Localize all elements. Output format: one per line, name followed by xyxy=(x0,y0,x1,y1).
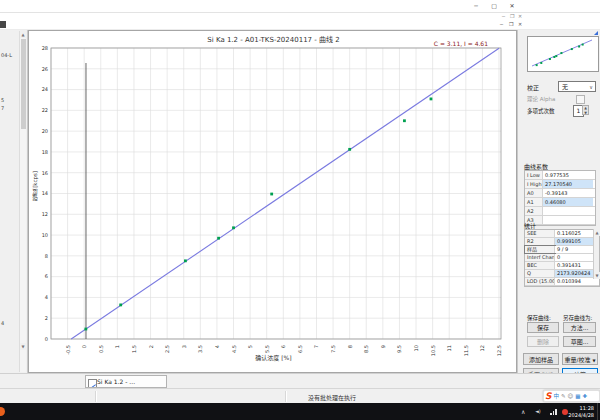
scroll-down-icon[interactable]: ▼ xyxy=(20,343,26,350)
panel-corner-icon[interactable] xyxy=(594,31,598,35)
row-label: A2 xyxy=(525,207,543,215)
row-label: A0 xyxy=(525,189,543,197)
theoretical-alpha-checkbox[interactable] xyxy=(576,95,585,104)
keyboard-icon[interactable]: ▦ xyxy=(575,391,580,401)
data-point xyxy=(403,119,406,122)
doc-minimize-icon[interactable]: ─ xyxy=(502,13,505,20)
emoji-icon[interactable]: ☺ xyxy=(568,391,574,401)
taskbar-clock[interactable]: 11:28 2024/4/28 xyxy=(568,405,594,418)
sidebar-scrollbar[interactable]: ▲ ▼ xyxy=(19,31,26,372)
row-value[interactable]: 0.010394 xyxy=(555,278,597,285)
scroll-up-icon[interactable]: ▲ xyxy=(594,229,600,236)
svg-text:3.5: 3.5 xyxy=(197,345,203,353)
method-button[interactable]: 方法... xyxy=(563,322,596,333)
svg-text:6.5: 6.5 xyxy=(297,345,303,353)
stats-scrollbar[interactable]: ▲ ▼ xyxy=(593,229,599,279)
chinese-mode-icon[interactable]: 中 xyxy=(553,391,559,401)
data-point xyxy=(430,98,433,101)
doc-restore-icon[interactable]: ❐ xyxy=(510,13,514,20)
delete-button[interactable]: 删除 xyxy=(527,336,559,347)
coefficients-table: I Low0.977535I High27.170540A0-0.39143A1… xyxy=(524,170,596,226)
correction-value: 无 xyxy=(562,83,568,90)
row-value[interactable]: 0 xyxy=(555,254,597,261)
tab-label: Si Ka 1.2 - ... xyxy=(97,378,135,385)
tree-item-fragment[interactable]: 5 xyxy=(1,97,4,103)
tree-item-fragment[interactable]: 04-L xyxy=(1,52,12,58)
svg-text:22: 22 xyxy=(42,107,48,113)
data-point xyxy=(217,237,220,240)
svg-text:5: 5 xyxy=(247,345,253,348)
row-label: LOD (15.00 s) xyxy=(525,278,555,285)
scrollbar-thumb[interactable] xyxy=(21,39,26,129)
row-label: A1 xyxy=(525,198,543,206)
correction-select[interactable]: 无 ∨ xyxy=(558,81,596,92)
navigation-sidebar: 04-L 5 7 4 ▲ ▼ xyxy=(0,30,28,373)
row-value[interactable]: 0.46080 xyxy=(543,198,593,206)
svg-text:20: 20 xyxy=(42,128,48,134)
svg-text:7: 7 xyxy=(313,345,319,348)
taskbar-app-icon[interactable] xyxy=(0,407,5,416)
row-value[interactable] xyxy=(543,216,593,224)
polynomial-degree-stepper[interactable]: ▲▼ xyxy=(582,105,589,115)
svg-text:1.5: 1.5 xyxy=(131,345,137,353)
row-label: 样品 xyxy=(525,246,555,253)
weight-calibrate-button[interactable]: 重量/校准 ▼ xyxy=(562,353,598,365)
table-row: I High27.170540 xyxy=(525,180,595,189)
curve-thumbnail[interactable] xyxy=(527,36,599,72)
sogou-logo-icon[interactable]: S xyxy=(545,391,551,401)
tray-chevron-up-icon[interactable]: ∧ xyxy=(521,408,525,415)
chevron-down-icon: ∨ xyxy=(589,82,593,92)
row-value[interactable]: 0.116025 xyxy=(555,230,597,237)
row-value[interactable]: 27.170540 xyxy=(543,180,593,188)
row-label: BEC xyxy=(525,262,555,269)
notification-icon[interactable] xyxy=(562,409,568,415)
table-row: A10.46080 xyxy=(525,198,595,207)
minimize-button[interactable]: ─ xyxy=(468,1,484,11)
tree-item-fragment[interactable]: 4 xyxy=(1,320,4,326)
table-row: I Low0.977535 xyxy=(525,171,595,180)
svg-text:10.5: 10.5 xyxy=(430,345,436,356)
svg-text:11.5: 11.5 xyxy=(463,345,469,356)
taskbar[interactable]: ∧ ◄) 11:28 2024/4/28 xyxy=(0,403,600,420)
svg-text:4: 4 xyxy=(45,294,48,300)
row-value[interactable]: 0.391431 xyxy=(555,262,597,269)
sketch-button[interactable]: 草图... xyxy=(563,336,596,347)
scroll-down-icon[interactable]: ▼ xyxy=(594,272,600,279)
add-sample-button[interactable]: 添加样品 xyxy=(523,353,559,365)
svg-text:12: 12 xyxy=(42,211,48,217)
svg-text:10: 10 xyxy=(42,232,48,238)
row-value[interactable]: 2173.920424 xyxy=(555,270,597,277)
table-row: A2 xyxy=(525,207,595,216)
ime-toolbar[interactable]: S 中✎☺▦✚ xyxy=(543,390,600,402)
svg-text:8: 8 xyxy=(347,345,353,348)
maximize-button[interactable]: ▢ xyxy=(486,1,502,11)
row-label: I High xyxy=(525,180,543,188)
close-button[interactable]: ✕ xyxy=(504,1,520,11)
row-value[interactable]: -0.39143 xyxy=(543,189,593,197)
child-restore-icon[interactable]: ❐ xyxy=(509,21,513,28)
row-value[interactable]: 0.977535 xyxy=(543,171,593,179)
doc-close-icon[interactable]: ✕ xyxy=(518,13,522,20)
svg-text:8: 8 xyxy=(45,253,48,259)
row-label: R2 xyxy=(525,238,555,245)
table-row: 样品9 / 9 xyxy=(525,246,599,254)
calibration-plot[interactable]: 0246810121416182022242628-0.500.511.522.… xyxy=(29,31,516,372)
scroll-up-icon[interactable]: ▲ xyxy=(20,31,26,38)
tree-item-fragment[interactable]: 7 xyxy=(1,105,4,111)
toolbox-icon[interactable]: ✚ xyxy=(583,391,588,401)
child-close-icon[interactable]: ✕ xyxy=(518,21,522,28)
row-value[interactable]: 0.999105 xyxy=(555,238,597,245)
row-value[interactable] xyxy=(543,207,593,215)
pen-icon[interactable]: ✎ xyxy=(561,391,566,401)
svg-text:24: 24 xyxy=(42,86,48,92)
save-button[interactable]: 保存 xyxy=(527,322,559,333)
row-value[interactable]: 9 / 9 xyxy=(555,246,597,253)
child-minimize-icon[interactable]: ─ xyxy=(500,21,503,28)
svg-text:11: 11 xyxy=(446,345,452,351)
volume-icon[interactable]: ◄) xyxy=(535,408,541,414)
svg-text:6: 6 xyxy=(45,273,48,279)
spin-down-icon[interactable]: ▼ xyxy=(584,111,587,115)
save-curve-as-label: 另存曲线为: xyxy=(563,314,592,322)
tab-si-ka[interactable]: Si Ka 1.2 - ... xyxy=(85,375,167,388)
spin-up-icon[interactable]: ▲ xyxy=(584,106,587,110)
